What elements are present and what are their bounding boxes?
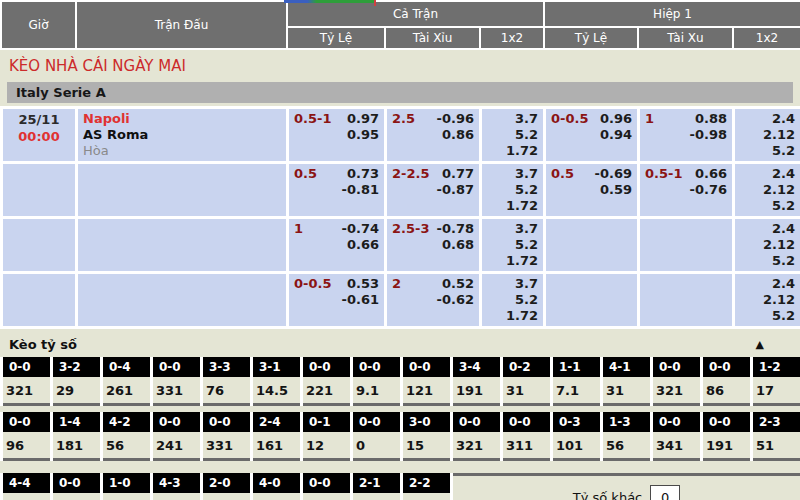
odds-cell-ft-overunder[interactable]: 2.5-3-0.780.68 (386, 218, 481, 273)
collapse-up-icon[interactable]: ▲ (756, 338, 764, 351)
score-bet-cell[interactable]: 3-015 (403, 412, 450, 461)
odds-value[interactable]: -0.98 (645, 127, 727, 143)
odds-value[interactable]: 2.4 (740, 166, 795, 182)
odds-value[interactable]: 1.72 (487, 143, 538, 159)
score-bet-cell[interactable]: 2-217.5 (403, 473, 450, 500)
odds-value[interactable]: 5.2 (487, 127, 538, 143)
score-bet-cell[interactable]: 0-0321 (3, 357, 50, 406)
odds-value[interactable]: 2.12 (740, 237, 795, 253)
score-bet-cell[interactable]: 3-114.5 (253, 357, 300, 406)
odds-value[interactable]: -0.61 (294, 292, 379, 308)
odds-value[interactable]: -0.74 (294, 221, 379, 237)
score-bet-cell[interactable]: 4-4251 (3, 473, 50, 500)
score-bet-cell[interactable]: 1-356 (603, 412, 650, 461)
score-bet-cell[interactable]: 4-131 (603, 357, 650, 406)
score-bet-cell[interactable]: 0-112 (303, 412, 350, 461)
odds-cell-h1-1x2[interactable]: 2.42.125.2 (734, 273, 800, 328)
score-bet-cell[interactable]: 0-09.1 (353, 357, 400, 406)
odds-value[interactable]: 5.2 (740, 253, 795, 269)
score-bet-cell[interactable]: 3-4191 (453, 357, 500, 406)
odds-value[interactable]: 5.2 (740, 143, 795, 159)
score-bet-cell[interactable]: 0-0341 (653, 412, 700, 461)
score-bet-cell[interactable]: 1-17.1 (553, 357, 600, 406)
odds-cell-h1-1x2[interactable]: 2.42.125.2 (734, 163, 800, 218)
odds-cell-h1-1x2[interactable]: 2.42.125.2 (734, 218, 800, 273)
odds-value[interactable]: 3.7 (487, 111, 538, 127)
odds-value[interactable]: 0.66 (294, 237, 379, 253)
odds-cell-ft-handicap[interactable]: 0-0.50.53-0.61 (288, 273, 386, 328)
odds-value[interactable]: 3.7 (487, 166, 538, 182)
score-bet-cell[interactable]: 0-4261 (103, 357, 150, 406)
odds-cell-h1-handicap[interactable]: 0.5-0.690.59 (545, 163, 639, 218)
odds-value[interactable]: -0.81 (294, 182, 379, 198)
odds-cell-ft-overunder[interactable]: 20.52-0.62 (386, 273, 481, 328)
score-bet-cell[interactable]: 0-3101 (553, 412, 600, 461)
odds-cell-h1-handicap[interactable] (545, 218, 639, 273)
score-bet-cell[interactable]: 0-0191 (703, 412, 750, 461)
odds-cell-h1-1x2[interactable]: 2.42.125.2 (734, 108, 800, 163)
score-bet-cell[interactable]: 4-036 (253, 473, 300, 500)
odds-cell-h1-handicap[interactable]: 0-0.50.960.94 (545, 108, 639, 163)
odds-value[interactable]: 5.2 (487, 237, 538, 253)
odds-value[interactable]: 2.12 (740, 292, 795, 308)
score-bet-cell[interactable]: 1-217 (753, 357, 800, 406)
score-bet-cell[interactable]: 0-0321 (653, 357, 700, 406)
odds-value[interactable]: 0.95 (294, 127, 379, 143)
odds-value[interactable]: 0.59 (551, 182, 632, 198)
odds-cell-ft-handicap[interactable]: 0.5-10.970.95 (288, 108, 386, 163)
odds-value[interactable]: -0.62 (392, 292, 474, 308)
score-bet-cell[interactable]: 2-18.2 (353, 473, 400, 500)
odds-value[interactable]: 3.7 (487, 276, 538, 292)
score-bet-cell[interactable]: 2-351 (753, 412, 800, 461)
score-bet-cell[interactable]: 0-0331 (153, 357, 200, 406)
score-bet-cell[interactable]: 2-07.7 (203, 473, 250, 500)
other-score-input[interactable]: 0 (650, 485, 680, 500)
odds-cell-ft-1x2[interactable]: 3.75.21.72 (481, 163, 545, 218)
odds-cell-ft-1x2[interactable]: 3.75.21.72 (481, 218, 545, 273)
odds-value[interactable]: 2.4 (740, 111, 795, 127)
odds-value[interactable]: 1.72 (487, 308, 538, 324)
odds-cell-ft-1x2[interactable]: 3.75.21.72 (481, 108, 545, 163)
odds-cell-h1-overunder[interactable] (639, 273, 734, 328)
score-bet-cell[interactable]: 2-4161 (253, 412, 300, 461)
score-bet-cell[interactable]: 3-376 (203, 357, 250, 406)
odds-value[interactable]: 2.4 (740, 221, 795, 237)
odds-cell-h1-overunder[interactable]: 0.5-10.66-0.76 (639, 163, 734, 218)
odds-cell-ft-overunder[interactable]: 2.5-0.960.86 (386, 108, 481, 163)
odds-value[interactable]: 0.88 (645, 111, 727, 127)
score-bet-cell[interactable]: 0-0331 (203, 412, 250, 461)
score-bet-cell[interactable]: 0-0211 (53, 473, 100, 500)
score-bet-cell[interactable]: 4-3121 (153, 473, 200, 500)
odds-value[interactable]: 0.94 (551, 127, 632, 143)
odds-cell-ft-handicap[interactable]: 0.50.73-0.81 (288, 163, 386, 218)
score-bet-cell[interactable]: 0-086 (703, 357, 750, 406)
score-bet-cell[interactable]: 0-096 (3, 412, 50, 461)
odds-value[interactable]: 0.52 (392, 276, 474, 292)
odds-value[interactable]: 2.4 (740, 276, 795, 292)
odds-cell-h1-overunder[interactable] (639, 218, 734, 273)
odds-value[interactable]: 1.72 (487, 198, 538, 214)
score-bet-cell[interactable]: 0-0311 (503, 412, 550, 461)
score-bet-cell[interactable]: 4-256 (103, 412, 150, 461)
odds-cell-h1-handicap[interactable] (545, 273, 639, 328)
score-bet-cell[interactable]: 0-00 (303, 473, 350, 500)
odds-value[interactable]: 1.72 (487, 253, 538, 269)
score-bet-cell[interactable]: 1-4181 (53, 412, 100, 461)
score-bet-cell[interactable]: 0-0241 (153, 412, 200, 461)
odds-value[interactable]: -0.87 (392, 182, 474, 198)
score-bet-cell[interactable]: 1-05.9 (103, 473, 150, 500)
odds-value[interactable]: 5.2 (740, 198, 795, 214)
score-bet-cell[interactable]: 0-231 (503, 357, 550, 406)
odds-cell-ft-1x2[interactable]: 3.75.21.72 (481, 273, 545, 328)
odds-value[interactable]: 5.2 (487, 182, 538, 198)
odds-value[interactable]: -0.76 (645, 182, 727, 198)
odds-value[interactable]: 0.86 (392, 127, 474, 143)
score-bet-cell[interactable]: 0-0321 (453, 412, 500, 461)
odds-cell-ft-handicap[interactable]: 1-0.740.66 (288, 218, 386, 273)
odds-cell-ft-overunder[interactable]: 2-2.50.77-0.87 (386, 163, 481, 218)
odds-value[interactable]: 5.2 (740, 308, 795, 324)
odds-value[interactable]: 2.12 (740, 182, 795, 198)
odds-cell-h1-overunder[interactable]: 10.88-0.98 (639, 108, 734, 163)
odds-value[interactable]: 5.2 (487, 292, 538, 308)
odds-value[interactable]: 2.12 (740, 127, 795, 143)
